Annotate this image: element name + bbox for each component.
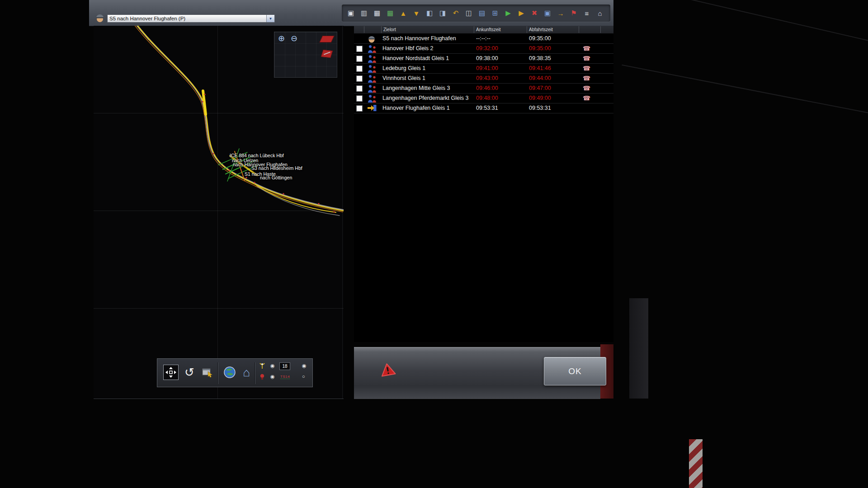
warning-icon xyxy=(379,361,396,379)
undo-button[interactable]: ↶ xyxy=(450,7,461,19)
row-checkbox[interactable] xyxy=(356,56,363,62)
zoom-out-button[interactable]: ⊖ xyxy=(291,34,297,43)
rotate-button[interactable]: ↺ xyxy=(182,365,197,380)
remove-service-button[interactable]: ✖ xyxy=(529,7,540,19)
save-button[interactable]: ▣ xyxy=(345,7,356,19)
map-overview-panel: ⊕ ⊖ xyxy=(274,32,337,78)
flag-button[interactable]: ⚑ xyxy=(568,7,579,19)
scene-pillar xyxy=(629,298,648,399)
pan-button[interactable] xyxy=(163,365,179,380)
trash-icon: ▥ xyxy=(361,9,367,17)
scenario-editor-window: S5 nach Hannover Flughafen (P) ▼ ▣▥▦▦▲▼◧… xyxy=(89,0,613,399)
portal-arrow-icon: → xyxy=(557,9,564,17)
scene-wire xyxy=(622,65,868,117)
pointer-window-icon xyxy=(202,367,214,378)
table-row[interactable]: S5 nach Hannover Flughafen --:--:-- 09:3… xyxy=(354,34,613,44)
table-row[interactable]: Langenhagen Mitte Gleis 3 09:46:00 09:47… xyxy=(354,84,613,94)
delete-button[interactable]: ▥ xyxy=(359,7,369,19)
move-down-button[interactable]: ▼ xyxy=(411,7,422,19)
row-checkbox[interactable] xyxy=(356,75,363,82)
goto-service-button[interactable]: ▶ xyxy=(516,7,527,19)
gold-arrow-icon: ▶ xyxy=(519,9,524,17)
signal-overlay-icon[interactable] xyxy=(259,362,266,371)
toolbar-divider xyxy=(217,362,218,384)
world-view-button[interactable] xyxy=(222,365,237,380)
draw-route-button[interactable] xyxy=(321,50,333,58)
move-up-button[interactable]: ▲ xyxy=(398,7,409,19)
scene-wire xyxy=(650,0,868,47)
ok-button[interactable]: OK xyxy=(544,357,606,385)
overlay-radio-3[interactable]: ◉ xyxy=(270,373,275,380)
passengers-icon xyxy=(367,94,377,103)
timetable-header: Zielort Ankunftszeit Abfahrtszeit xyxy=(354,26,613,34)
down-arrow-icon: ▼ xyxy=(413,9,420,17)
properties-icon: ▣ xyxy=(544,9,551,17)
service-dropdown[interactable]: S5 nach Hannover Flughafen (P) ▼ xyxy=(107,14,275,23)
overlay-radio-2[interactable]: ◉ xyxy=(302,362,307,369)
up-arrow-icon: ▲ xyxy=(400,9,407,17)
arrival-cell: 09:46:00 xyxy=(476,84,498,93)
overlay-radio-4[interactable]: ○ xyxy=(302,373,305,380)
timetable-panel: Zielort Ankunftszeit Abfahrtszeit xyxy=(354,26,613,342)
passengers-icon xyxy=(367,55,377,63)
column-destination: Zielort xyxy=(383,27,396,32)
gradient-marker-label: TS14 xyxy=(280,375,290,379)
row-checkbox[interactable] xyxy=(356,46,363,52)
table-row[interactable]: Langenhagen Pferdemarkt Gleis 3 09:48:00… xyxy=(354,94,613,103)
table-row[interactable]: Ledeburg Gleis 1 09:41:00 09:41:46 ☎ xyxy=(354,64,613,74)
marker-overlay-icon[interactable] xyxy=(259,373,266,382)
red-cross-icon: ✖ xyxy=(532,9,538,17)
route-map[interactable]: ICE 884 nach Lübeck Hbfnach Uelzennach H… xyxy=(94,26,344,399)
departure-cell: 09:35:00 xyxy=(529,44,551,53)
zoom-level-value[interactable]: 18 xyxy=(279,362,290,370)
keypad-button[interactable]: ≡ xyxy=(581,7,592,19)
copy-driver-button[interactable]: ◫ xyxy=(463,7,474,19)
large-grid-button[interactable]: ▦ xyxy=(385,7,396,19)
destination-cell: Vinnhorst Gleis 1 xyxy=(382,74,425,83)
driver-portrait-icon xyxy=(95,13,105,23)
passengers-icon xyxy=(367,45,377,53)
table-row[interactable]: Hanover Flughafen Gleis 1 09:53:31 09:53… xyxy=(354,103,613,113)
depot-button[interactable]: ⌂ xyxy=(594,7,605,19)
arrival-cell: 09:41:00 xyxy=(476,64,498,73)
exit-portal-button[interactable]: → xyxy=(555,7,566,19)
destination-cell: Hanover Flughafen Gleis 1 xyxy=(382,103,450,113)
route-label: nach Göttingen xyxy=(260,175,292,180)
insert-before-button[interactable]: ◧ xyxy=(424,7,435,19)
passengers-icon xyxy=(367,65,377,73)
footer-panel: OK xyxy=(354,347,600,399)
pointer-window-button[interactable] xyxy=(200,365,216,380)
row-checkbox[interactable] xyxy=(356,105,363,112)
icon-toolbar: ▣▥▦▦▲▼◧◨↶◫▤⊞▶▶✖▣→⚑≡⌂ xyxy=(342,5,610,22)
departure-cell: 09:44:00 xyxy=(529,74,551,83)
row-checkbox[interactable] xyxy=(356,85,363,92)
passengers-icon xyxy=(367,75,377,83)
header-divider xyxy=(579,26,579,33)
service-properties-button[interactable]: ▣ xyxy=(542,7,553,19)
destination-cell: Ledeburg Gleis 1 xyxy=(382,64,425,73)
dropdown-arrow-icon[interactable]: ▼ xyxy=(266,15,274,22)
home-view-button[interactable]: ⌂ xyxy=(239,365,254,380)
map-toolbar: ↺ ⌂ xyxy=(157,358,313,387)
row-checkbox[interactable] xyxy=(356,95,363,102)
insert-after-button[interactable]: ◨ xyxy=(437,7,448,19)
table-row[interactable]: Hanover Hbf Gleis 2 09:32:00 09:35:00 ☎ xyxy=(354,44,613,54)
table-row[interactable]: Hanover Nordstadt Gleis 1 09:38:00 09:38… xyxy=(354,54,613,64)
overview-tool-button[interactable] xyxy=(320,36,335,42)
zoom-in-button[interactable]: ⊕ xyxy=(278,34,285,43)
row-checkbox[interactable] xyxy=(356,66,363,72)
final-destination-icon xyxy=(367,104,377,113)
green-arrow-icon: ▶ xyxy=(505,9,511,17)
phone-icon: ☎ xyxy=(583,64,590,73)
phone-icon: ☎ xyxy=(583,74,590,83)
split-left-icon: ◧ xyxy=(426,9,433,17)
small-grid-button[interactable]: ▦ xyxy=(372,7,382,19)
select-services-button[interactable]: ⊞ xyxy=(490,7,500,19)
split-right-icon: ◨ xyxy=(439,9,446,17)
pan-icon xyxy=(165,366,177,378)
overlay-radio-1[interactable]: ◉ xyxy=(270,362,275,369)
edit-consist-button[interactable]: ▤ xyxy=(476,7,487,19)
column-arrival: Ankunftszeit xyxy=(476,27,500,32)
add-service-button[interactable]: ▶ xyxy=(503,7,514,19)
table-row[interactable]: Vinnhorst Gleis 1 09:43:00 09:44:00 ☎ xyxy=(354,74,613,84)
